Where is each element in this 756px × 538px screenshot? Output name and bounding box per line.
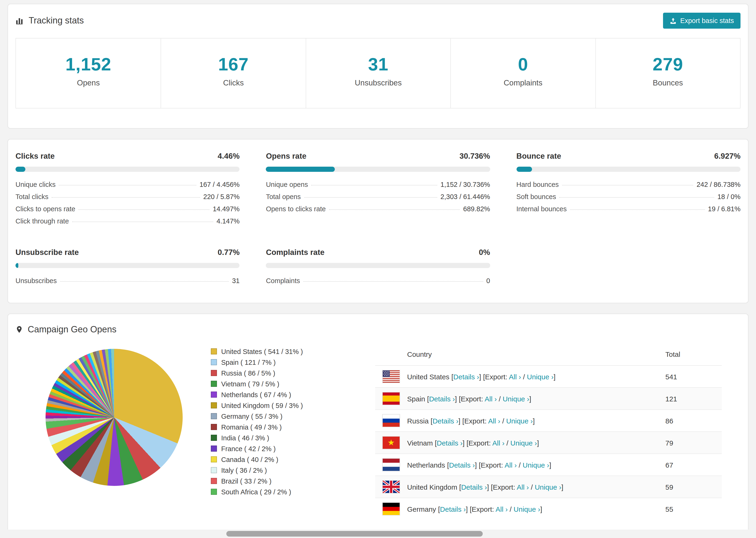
export-all-link[interactable]: All ›: [488, 417, 500, 425]
stat-row: Total opens2,303 / 61.446%: [266, 190, 490, 203]
stat-row-value: 4.147%: [216, 217, 240, 225]
dotted-leader: [52, 197, 200, 198]
export-button-label: Export basic stats: [680, 17, 734, 25]
legend-label: India ( 46 / 3% ): [221, 434, 269, 442]
bracket: ] [Export:: [458, 417, 488, 425]
tracking-stats-title-text: Tracking stats: [28, 16, 84, 26]
geo-opens-card: Campaign Geo Opens United States ( 541 /…: [8, 314, 748, 538]
rate-title: Unsubscribe rate: [16, 248, 79, 257]
rate-percent: 6.927%: [714, 152, 740, 161]
legend-label: Germany ( 55 / 3% ): [221, 412, 283, 420]
legend-label: Brazil ( 33 / 2% ): [221, 477, 271, 485]
stat-row-value: 167 / 4.456%: [199, 181, 240, 188]
geo-table-rows: United States [Details ›] [Export: All ›…: [375, 365, 722, 520]
details-link[interactable]: Details ›: [432, 417, 458, 425]
progress-fill: [266, 167, 335, 172]
stat-value: 279: [600, 54, 735, 75]
legend-label: Russia ( 86 / 5% ): [221, 369, 275, 377]
legend-swatch: [211, 478, 217, 484]
legend-item-italy: Italy ( 36 / 2% ): [211, 465, 366, 476]
export-all-link[interactable]: All ›: [492, 439, 505, 447]
stat-row-value: 2,303 / 61.446%: [441, 193, 490, 200]
stat-label: Opens: [21, 79, 156, 87]
geo-table-row-es: Spain [Details ›] [Export: All › / Uniqu…: [375, 387, 722, 409]
export-all-link[interactable]: All ›: [509, 372, 521, 381]
country-total: 541: [665, 372, 722, 381]
legend-label: Vietnam ( 79 / 5% ): [221, 380, 279, 388]
bracket: ] [Export:: [466, 505, 496, 513]
horizontal-scrollbar-thumb[interactable]: [226, 531, 483, 537]
progress-fill: [16, 167, 26, 172]
stat-row-value: 14.497%: [213, 205, 240, 213]
country-cell: United States [Details ›] [Export: All ›…: [407, 372, 665, 381]
legend-label: United Kingdom ( 59 / 3% ): [221, 402, 303, 409]
legend-item-germany: Germany ( 55 / 3% ): [211, 411, 366, 422]
country-total: 79: [665, 439, 722, 447]
stat-row-value: 18 / 0%: [718, 193, 740, 200]
stat-row-value: 0: [486, 277, 490, 285]
geo-table-row-vn: Vietnam [Details ›] [Export: All › / Uni…: [375, 431, 722, 454]
legend-swatch: [211, 435, 217, 441]
legend-label: France ( 42 / 2% ): [221, 445, 276, 452]
dotted-leader: [562, 185, 693, 186]
progress-bar: [266, 167, 490, 172]
rate-header: Opens rate30.736%: [266, 152, 490, 161]
geo-table-row-ru: Russia [Details ›] [Export: All › / Uniq…: [375, 409, 722, 431]
stat-row-label: Opens to clicks rate: [266, 205, 326, 213]
stat-row: Internal bounces19 / 6.81%: [516, 203, 740, 215]
details-link[interactable]: Details ›: [453, 372, 479, 381]
export-unique-link[interactable]: Unique ›: [523, 461, 549, 469]
legend-swatch: [211, 413, 217, 419]
stat-label: Clicks: [166, 79, 301, 87]
rate-section-clicks-rate: Clicks rate4.46%Unique clicks167 / 4.456…: [16, 152, 240, 227]
geo-table-row-de: Germany [Details ›] [Export: All › / Uni…: [375, 498, 722, 520]
geo-table-row-us: United States [Details ›] [Export: All ›…: [375, 365, 722, 387]
stat-value: 31: [311, 54, 446, 75]
flag-nl-icon: [383, 459, 400, 471]
geo-table-row-nl: Netherlands [Details ›] [Export: All › /…: [375, 454, 722, 476]
bracket: [: [438, 505, 440, 513]
stat-row-label: Unique clicks: [16, 181, 56, 188]
rate-header: Unsubscribe rate0.77%: [16, 248, 240, 257]
country-cell: Vietnam [Details ›] [Export: All › / Uni…: [407, 439, 665, 447]
export-unique-link[interactable]: Unique ›: [535, 483, 561, 491]
page-scaler: Tracking stats Export basic stats 1,152O…: [0, 0, 756, 538]
legend-item-vietnam: Vietnam ( 79 / 5% ): [211, 378, 366, 389]
stat-row: Click through rate4.147%: [16, 215, 240, 227]
export-all-link[interactable]: All ›: [517, 483, 529, 491]
legend-item-united-kingdom: United Kingdom ( 59 / 3% ): [211, 400, 366, 411]
details-link[interactable]: Details ›: [429, 395, 455, 403]
export-basic-stats-button[interactable]: Export basic stats: [663, 13, 740, 28]
separator: /: [500, 417, 506, 425]
export-all-link[interactable]: All ›: [505, 461, 517, 469]
bracket: ] [Export:: [479, 372, 509, 381]
export-unique-link[interactable]: Unique ›: [514, 505, 540, 513]
tracking-stats-title: Tracking stats: [16, 16, 84, 26]
stat-row-value: 1,152 / 30.736%: [441, 181, 490, 188]
details-link[interactable]: Details ›: [437, 439, 462, 447]
bracket: ]: [537, 439, 539, 447]
progress-bar: [266, 263, 490, 268]
export-all-link[interactable]: All ›: [496, 505, 508, 513]
bracket: [: [459, 483, 461, 491]
dotted-leader: [72, 222, 213, 222]
details-link[interactable]: Details ›: [440, 505, 466, 513]
country-total: 121: [665, 395, 722, 403]
export-all-link[interactable]: All ›: [485, 395, 497, 403]
export-unique-link[interactable]: Unique ›: [506, 417, 533, 425]
country-total: 59: [665, 483, 722, 491]
bracket: ]: [529, 395, 531, 403]
country-cell: Germany [Details ›] [Export: All › / Uni…: [407, 505, 665, 513]
map-pin-icon: [16, 325, 23, 334]
export-unique-link[interactable]: Unique ›: [503, 395, 529, 403]
export-unique-link[interactable]: Unique ›: [527, 372, 553, 381]
export-unique-link[interactable]: Unique ›: [511, 439, 537, 447]
flag-us-icon: [383, 370, 400, 383]
details-link[interactable]: Details ›: [449, 461, 475, 469]
stat-row-label: Clicks to opens rate: [16, 205, 75, 213]
bracket: ] [Export:: [455, 395, 485, 403]
legend-swatch: [211, 381, 217, 387]
legend-swatch: [211, 456, 217, 462]
details-link[interactable]: Details ›: [461, 483, 487, 491]
legend-swatch: [211, 348, 217, 354]
